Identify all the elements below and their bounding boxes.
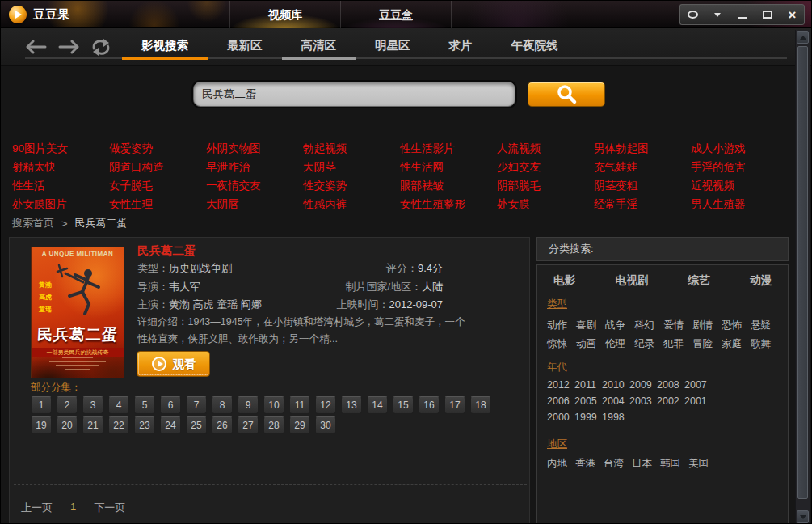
hot-link[interactable]: 经常手淫 xyxy=(594,197,691,212)
genre-item[interactable]: 科幻 xyxy=(634,319,663,332)
episode-button[interactable]: 13 xyxy=(341,396,362,414)
category-tab[interactable]: 动漫 xyxy=(750,273,772,288)
episode-button[interactable]: 3 xyxy=(82,396,103,414)
maximize-button[interactable] xyxy=(755,4,780,25)
episode-button[interactable]: 1 xyxy=(31,396,52,414)
region-item[interactable]: 香港 xyxy=(575,457,604,471)
category-tab[interactable]: 电视剧 xyxy=(616,273,649,288)
episode-button[interactable]: 6 xyxy=(160,396,181,414)
episode-button[interactable]: 22 xyxy=(108,416,129,434)
hot-link[interactable]: 成人小游戏 xyxy=(691,142,788,156)
episode-button[interactable]: 12 xyxy=(315,396,336,414)
year-item[interactable]: 2007 xyxy=(684,379,712,391)
hot-link[interactable]: 男人生殖器 xyxy=(691,197,788,212)
genre-item[interactable]: 喜剧 xyxy=(576,319,605,332)
forward-button[interactable] xyxy=(56,39,82,57)
hot-link[interactable]: 性交姿势 xyxy=(303,179,400,193)
episode-button[interactable]: 30 xyxy=(315,416,336,434)
hot-link[interactable]: 大阴茎 xyxy=(303,160,400,175)
nav-tab[interactable]: 影视搜索 xyxy=(122,28,208,66)
nav-tab[interactable]: 高清区 xyxy=(282,28,356,66)
refresh-button[interactable] xyxy=(88,39,114,57)
year-item[interactable]: 2010 xyxy=(602,379,629,391)
breadcrumb-home[interactable]: 搜索首页 xyxy=(12,216,54,230)
hot-link[interactable]: 男体勃起图 xyxy=(594,142,691,156)
genre-item[interactable]: 动作 xyxy=(547,319,576,332)
genre-item[interactable]: 爱情 xyxy=(663,319,692,332)
region-item[interactable]: 台湾 xyxy=(604,457,632,471)
episode-button[interactable]: 8 xyxy=(212,396,233,414)
episode-button[interactable]: 29 xyxy=(289,416,310,434)
feedback-button[interactable] xyxy=(679,4,705,25)
region-item[interactable]: 日本 xyxy=(632,457,660,471)
nav-tab[interactable]: 午夜院线 xyxy=(492,28,578,66)
episode-button[interactable]: 7 xyxy=(186,396,207,414)
year-item[interactable]: 1998 xyxy=(602,412,629,423)
hot-link[interactable]: 勃起视频 xyxy=(303,142,400,156)
hot-link[interactable]: 性感内裤 xyxy=(303,197,400,212)
menu-dropdown-button[interactable] xyxy=(705,4,730,25)
hot-link[interactable]: 手淫的危害 xyxy=(691,160,788,175)
scroll-up-button[interactable] xyxy=(797,31,809,44)
hot-link[interactable]: 处女膜图片 xyxy=(12,197,109,212)
episode-button[interactable]: 20 xyxy=(57,416,78,434)
genre-item[interactable]: 纪录 xyxy=(634,337,663,351)
titlebar-tab[interactable]: 视频库 xyxy=(230,1,341,28)
prev-page-button[interactable]: 上一页 xyxy=(21,501,53,515)
hot-link[interactable]: 射精太快 xyxy=(12,160,109,175)
genre-item[interactable]: 冒险 xyxy=(692,337,722,351)
nav-tab[interactable]: 求片 xyxy=(430,28,492,66)
movie-title[interactable]: 民兵葛二蛋 xyxy=(137,243,196,259)
episode-button[interactable]: 5 xyxy=(134,396,155,414)
year-item[interactable]: 2006 xyxy=(547,395,574,407)
hot-link[interactable]: 处女膜 xyxy=(497,197,594,212)
hot-link[interactable]: 少妇交友 xyxy=(497,160,594,175)
episode-button[interactable]: 14 xyxy=(367,396,388,414)
hot-link[interactable]: 早泄咋治 xyxy=(206,160,303,175)
region-item[interactable]: 美国 xyxy=(688,457,717,471)
hot-link[interactable]: 阴茎变粗 xyxy=(594,179,691,193)
genre-item[interactable]: 战争 xyxy=(605,319,634,332)
hot-link[interactable]: 一夜情交友 xyxy=(206,179,303,193)
episode-button[interactable]: 25 xyxy=(186,416,207,434)
genre-item[interactable]: 惊悚 xyxy=(547,337,576,351)
episode-button[interactable]: 27 xyxy=(238,416,259,434)
genre-item[interactable]: 恐怖 xyxy=(722,319,751,332)
hot-link[interactable]: 人流视频 xyxy=(497,142,594,156)
episode-button[interactable]: 9 xyxy=(238,396,259,414)
current-page[interactable]: 1 xyxy=(70,501,76,515)
episode-button[interactable]: 28 xyxy=(263,416,284,434)
year-item[interactable]: 2009 xyxy=(629,379,657,391)
episode-button[interactable]: 19 xyxy=(31,416,52,434)
category-tab[interactable]: 电影 xyxy=(553,273,575,288)
genre-item[interactable]: 家庭 xyxy=(722,337,751,351)
genre-section-title[interactable]: 类型 xyxy=(547,298,567,311)
genre-item[interactable]: 动画 xyxy=(576,337,605,351)
hot-link[interactable]: 性生活 xyxy=(12,179,109,193)
hot-link[interactable]: 性生活影片 xyxy=(400,142,497,156)
year-item[interactable]: 2005 xyxy=(574,395,602,407)
hot-link[interactable]: 近视视频 xyxy=(691,179,788,193)
close-button[interactable]: × xyxy=(780,4,805,25)
episode-button[interactable]: 23 xyxy=(134,416,155,434)
titlebar-tab[interactable]: 豆豆盒 xyxy=(341,1,452,28)
genre-item[interactable]: 悬疑 xyxy=(751,319,780,332)
year-item[interactable]: 2002 xyxy=(657,395,684,407)
minimize-button[interactable] xyxy=(730,4,755,25)
nav-tab[interactable]: 最新区 xyxy=(208,28,282,66)
search-button[interactable] xyxy=(528,82,605,107)
year-item[interactable]: 1999 xyxy=(574,412,602,423)
region-section-title[interactable]: 地区 xyxy=(547,437,567,451)
hot-link[interactable]: 女性生理 xyxy=(109,197,206,212)
episode-button[interactable]: 16 xyxy=(419,396,440,414)
category-tab[interactable]: 综艺 xyxy=(688,273,710,288)
genre-item[interactable]: 伦理 xyxy=(605,337,634,351)
year-item[interactable]: 2004 xyxy=(602,395,629,407)
year-item[interactable]: 2011 xyxy=(574,379,602,391)
genre-item[interactable]: 剧情 xyxy=(692,319,722,332)
episode-button[interactable]: 26 xyxy=(212,416,233,434)
next-page-button[interactable]: 下一页 xyxy=(94,501,125,515)
scrollbar-thumb[interactable] xyxy=(797,46,808,499)
watch-button[interactable]: 观看 xyxy=(137,351,210,377)
year-item[interactable]: 2003 xyxy=(629,395,657,407)
